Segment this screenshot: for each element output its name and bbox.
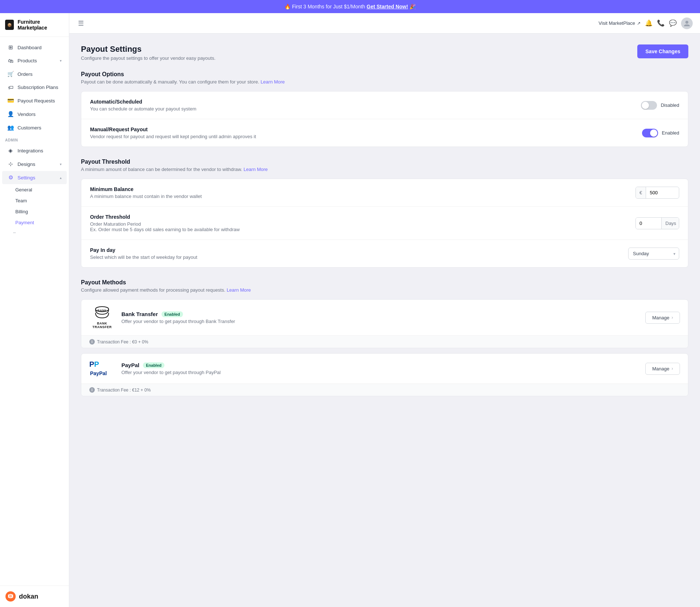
payout-options-title: Payout Options bbox=[81, 71, 688, 78]
svg-text:BANK: BANK bbox=[97, 309, 106, 312]
bank-transfer-fee-text: Transaction Fee : €0 + 0% bbox=[97, 339, 148, 345]
promo-banner: 🔥 First 3 Months for Just $1/Month Get S… bbox=[0, 0, 700, 13]
chevron-right-icon: › bbox=[672, 315, 673, 320]
paypal-name-row: PayPal Enabled bbox=[121, 362, 639, 368]
sidebar-item-label: Dashboard bbox=[18, 45, 42, 50]
sidebar-item-label: Settings bbox=[18, 175, 35, 180]
bank-transfer-name-row: Bank Transfer Enabled bbox=[121, 311, 639, 317]
paypal-fee-text: Transaction Fee : €12 + 0% bbox=[97, 388, 151, 393]
dokan-logo-icon: D bbox=[5, 591, 16, 602]
payout-threshold-desc: A minimum amount of balance can be deter… bbox=[81, 167, 688, 172]
paypal-badge: Enabled bbox=[143, 362, 164, 368]
visit-marketplace-label: Visit MarketPlace bbox=[599, 20, 635, 26]
payout-icon: 💳 bbox=[7, 97, 14, 104]
bank-transfer-logo: BANK BANK TRANSFER bbox=[89, 306, 115, 329]
sidebar-sub-billing[interactable]: Billing bbox=[2, 206, 67, 217]
payout-threshold-learn-more[interactable]: Learn More bbox=[244, 167, 268, 172]
integrations-icon: ◈ bbox=[7, 147, 14, 154]
menu-toggle-button[interactable]: ☰ bbox=[77, 18, 85, 29]
manual-toggle-wrap: Enabled bbox=[642, 129, 679, 137]
sidebar-item-label: Customers bbox=[18, 125, 41, 131]
sidebar-item-vendors[interactable]: 👤 Vendors bbox=[2, 108, 67, 121]
automatic-toggle-wrap: Disabled bbox=[641, 101, 679, 110]
manual-state-label: Enabled bbox=[662, 130, 679, 136]
sidebar-item-dashboard[interactable]: ⊞ Dashboard bbox=[2, 41, 67, 54]
days-suffix: Days bbox=[661, 218, 679, 229]
order-threshold-desc2: Ex. Order must be 5 days old sales earni… bbox=[90, 227, 240, 232]
minimum-balance-input[interactable] bbox=[646, 187, 672, 198]
chat-icon[interactable]: 💬 bbox=[669, 19, 677, 27]
payout-options-learn-more[interactable]: Learn More bbox=[261, 79, 285, 85]
paypal-manage-button[interactable]: Manage › bbox=[645, 363, 680, 375]
automatic-state-label: Disabled bbox=[661, 102, 679, 108]
svg-point-2 bbox=[685, 21, 688, 24]
orders-icon: 🛒 bbox=[7, 71, 14, 77]
chevron-up-icon: ▴ bbox=[60, 176, 62, 180]
minimum-balance-info: Minimum Balance A minimum balance must c… bbox=[90, 186, 202, 199]
automatic-info: Automatic/Scheduled You can schedule or … bbox=[90, 99, 196, 112]
automatic-payout-row: Automatic/Scheduled You can schedule or … bbox=[81, 92, 688, 119]
sidebar-item-settings[interactable]: ⚙ Settings ▴ bbox=[2, 171, 67, 184]
sidebar-footer: D dokan bbox=[0, 585, 69, 607]
main-content: ☰ Visit MarketPlace ↗ 🔔 📞 💬 bbox=[69, 13, 700, 607]
automatic-toggle[interactable] bbox=[641, 101, 657, 110]
sidebar-item-payout-requests[interactable]: 💳 Payout Requests bbox=[2, 94, 67, 107]
visit-marketplace-link[interactable]: Visit MarketPlace ↗ bbox=[599, 20, 641, 26]
page-title: Payout Settings bbox=[81, 44, 215, 54]
user-avatar[interactable] bbox=[681, 17, 693, 29]
subscription-icon: 🏷 bbox=[7, 84, 14, 90]
sidebar-sub-team[interactable]: Team bbox=[2, 195, 67, 206]
sidebar-item-label: Subscription Plans bbox=[18, 85, 58, 90]
pay-in-day-info: Pay In day Select which will be the star… bbox=[90, 247, 197, 260]
sidebar-item-label: Products bbox=[18, 58, 37, 63]
manual-info: Manual/Request Payout Vendor request for… bbox=[90, 127, 256, 139]
chevron-right-icon: › bbox=[672, 366, 673, 371]
automatic-label: Automatic/Scheduled bbox=[90, 99, 196, 105]
fee-info-icon: i bbox=[89, 387, 95, 393]
phone-icon[interactable]: 📞 bbox=[657, 19, 665, 27]
payout-methods-learn-more[interactable]: Learn More bbox=[227, 287, 251, 293]
sidebar-sub-general[interactable]: General bbox=[2, 184, 67, 195]
bank-transfer-desc: Offer your vendor to get payout through … bbox=[121, 319, 639, 324]
notifications-icon[interactable]: 🔔 bbox=[645, 19, 653, 27]
toggle-knob bbox=[642, 102, 649, 109]
paypal-logo-graphic: PP PayPal bbox=[89, 360, 115, 377]
order-threshold-input-wrap: Days bbox=[635, 217, 679, 229]
page-title-section: Payout Settings Configure the payout set… bbox=[81, 44, 215, 61]
minimum-balance-desc: A minimum balance must contain in the ve… bbox=[90, 194, 202, 199]
brand-icon: 📦 bbox=[5, 20, 14, 30]
order-threshold-input[interactable] bbox=[636, 218, 661, 229]
settings-icon: ⚙ bbox=[7, 174, 14, 181]
chevron-down-icon: ▾ bbox=[60, 162, 62, 166]
bank-transfer-main: BANK BANK TRANSFER Bank Transfer Enabled bbox=[81, 300, 688, 335]
payout-methods-section: Payout Methods Configure allowed payment… bbox=[81, 279, 688, 396]
bank-transfer-svg: BANK bbox=[93, 306, 111, 322]
topbar-right: Visit MarketPlace ↗ 🔔 📞 💬 bbox=[599, 17, 693, 29]
banner-cta[interactable]: Get Started Now! bbox=[367, 4, 408, 9]
sidebar-brand: 📦 Furniture Marketplace bbox=[0, 13, 69, 37]
save-changes-button[interactable]: Save Changes bbox=[637, 44, 688, 58]
sidebar-item-label: Orders bbox=[18, 71, 32, 77]
sidebar-item-designs[interactable]: ⊹ Designs ▾ bbox=[2, 157, 67, 171]
sidebar-item-customers[interactable]: 👥 Customers bbox=[2, 121, 67, 134]
sidebar-item-subscription-plans[interactable]: 🏷 Subscription Plans bbox=[2, 81, 67, 94]
sidebar-navigation: ⊞ Dashboard 🛍 Products ▾ 🛒 Orders 🏷 Subs… bbox=[0, 37, 69, 585]
payout-methods-desc: Configure allowed payment methods for pr… bbox=[81, 287, 688, 293]
pay-in-day-select-wrap: Sunday Monday Tuesday Wednesday Thursday… bbox=[628, 248, 679, 260]
banner-emoji: 🎉 bbox=[409, 4, 416, 9]
external-link-icon: ↗ bbox=[637, 21, 641, 26]
sidebar-sub-payment[interactable]: Payment bbox=[2, 217, 67, 228]
sidebar-item-products[interactable]: 🛍 Products ▾ bbox=[2, 54, 67, 67]
chevron-down-icon: ▾ bbox=[60, 59, 62, 63]
sidebar-item-integrations[interactable]: ◈ Integrations bbox=[2, 144, 67, 157]
paypal-name: PayPal bbox=[121, 362, 139, 368]
manual-toggle[interactable] bbox=[642, 129, 658, 137]
products-icon: 🛍 bbox=[7, 58, 14, 64]
payout-threshold-section: Payout Threshold A minimum amount of bal… bbox=[81, 159, 688, 268]
sidebar-item-orders[interactable]: 🛒 Orders bbox=[2, 67, 67, 81]
pay-in-day-select[interactable]: Sunday Monday Tuesday Wednesday Thursday… bbox=[628, 248, 679, 260]
bank-transfer-manage-label: Manage bbox=[652, 315, 669, 320]
minimum-balance-input-wrap: € bbox=[635, 187, 679, 199]
bank-transfer-manage-button[interactable]: Manage › bbox=[645, 312, 680, 324]
page-subtitle: Configure the payout settings to offer y… bbox=[81, 55, 215, 61]
